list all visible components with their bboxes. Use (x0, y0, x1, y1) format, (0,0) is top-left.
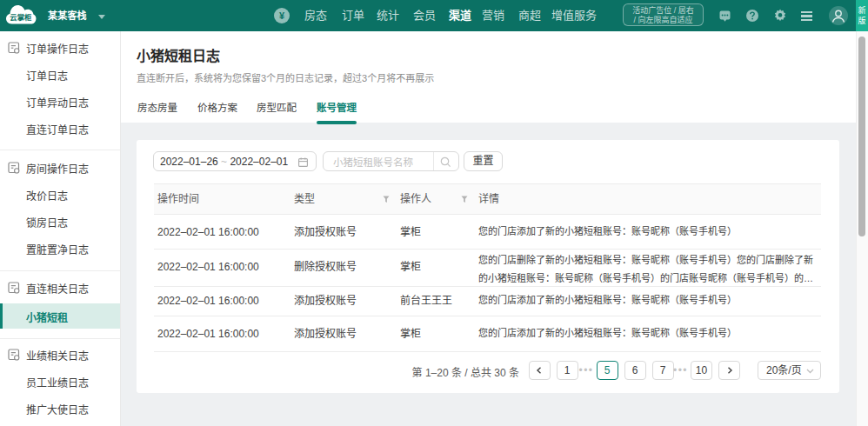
svg-text:云掌柜: 云掌柜 (10, 13, 32, 22)
